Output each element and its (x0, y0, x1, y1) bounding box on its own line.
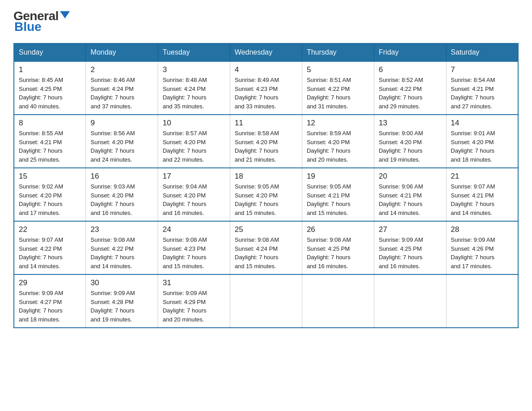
day-info: Sunrise: 8:48 AMSunset: 4:24 PMDaylight:… (163, 76, 225, 111)
header-tuesday: Tuesday (158, 43, 230, 61)
calendar-cell: 25Sunrise: 9:08 AMSunset: 4:24 PMDayligh… (230, 221, 302, 274)
day-number: 21 (451, 172, 513, 181)
day-number: 26 (307, 225, 369, 234)
calendar-week-row: 22Sunrise: 9:07 AMSunset: 4:22 PMDayligh… (14, 221, 518, 274)
calendar-cell: 24Sunrise: 9:08 AMSunset: 4:23 PMDayligh… (158, 221, 230, 274)
day-number: 12 (307, 119, 369, 128)
day-info: Sunrise: 8:57 AMSunset: 4:20 PMDaylight:… (163, 129, 225, 164)
header-friday: Friday (374, 43, 446, 61)
calendar-table: SundayMondayTuesdayWednesdayThursdayFrid… (13, 43, 519, 328)
day-number: 2 (90, 65, 153, 74)
day-number: 30 (90, 278, 153, 287)
day-number: 7 (451, 65, 513, 74)
calendar-cell: 18Sunrise: 9:05 AMSunset: 4:20 PMDayligh… (230, 168, 302, 221)
day-info: Sunrise: 8:51 AMSunset: 4:22 PMDaylight:… (307, 76, 369, 111)
day-number: 29 (19, 278, 81, 287)
day-info: Sunrise: 8:58 AMSunset: 4:20 PMDaylight:… (235, 129, 297, 164)
calendar-cell: 10Sunrise: 8:57 AMSunset: 4:20 PMDayligh… (158, 115, 230, 168)
day-info: Sunrise: 9:06 AMSunset: 4:21 PMDaylight:… (379, 182, 442, 217)
day-info: Sunrise: 8:59 AMSunset: 4:20 PMDaylight:… (307, 129, 369, 164)
day-info: Sunrise: 9:02 AMSunset: 4:20 PMDaylight:… (19, 182, 81, 217)
day-number: 16 (90, 172, 153, 181)
calendar-cell: 5Sunrise: 8:51 AMSunset: 4:22 PMDaylight… (302, 61, 374, 115)
day-number: 20 (379, 172, 442, 181)
day-info: Sunrise: 9:05 AMSunset: 4:21 PMDaylight:… (307, 182, 369, 217)
calendar-header-row: SundayMondayTuesdayWednesdayThursdayFrid… (14, 43, 518, 61)
calendar-cell: 20Sunrise: 9:06 AMSunset: 4:21 PMDayligh… (374, 168, 446, 221)
day-info: Sunrise: 8:55 AMSunset: 4:21 PMDaylight:… (19, 129, 81, 164)
calendar-cell: 3Sunrise: 8:48 AMSunset: 4:24 PMDaylight… (158, 61, 230, 115)
day-number: 23 (90, 225, 153, 234)
day-info: Sunrise: 9:03 AMSunset: 4:20 PMDaylight:… (90, 182, 153, 217)
day-info: Sunrise: 9:08 AMSunset: 4:23 PMDaylight:… (163, 235, 225, 270)
day-info: Sunrise: 9:09 AMSunset: 4:27 PMDaylight:… (19, 289, 81, 324)
calendar-cell: 6Sunrise: 8:52 AMSunset: 4:22 PMDaylight… (374, 61, 446, 115)
header-monday: Monday (86, 43, 158, 61)
calendar-cell: 26Sunrise: 9:08 AMSunset: 4:25 PMDayligh… (302, 221, 374, 274)
calendar-cell: 30Sunrise: 9:09 AMSunset: 4:28 PMDayligh… (86, 274, 158, 328)
calendar-cell: 11Sunrise: 8:58 AMSunset: 4:20 PMDayligh… (230, 115, 302, 168)
calendar-cell: 13Sunrise: 9:00 AMSunset: 4:20 PMDayligh… (374, 115, 446, 168)
day-info: Sunrise: 9:09 AMSunset: 4:28 PMDaylight:… (90, 289, 153, 324)
day-number: 28 (451, 225, 513, 234)
calendar-week-row: 15Sunrise: 9:02 AMSunset: 4:20 PMDayligh… (14, 168, 518, 221)
page-header: General Blue (13, 9, 519, 34)
calendar-cell (446, 274, 518, 328)
day-info: Sunrise: 8:45 AMSunset: 4:25 PMDaylight:… (19, 76, 81, 111)
logo: General Blue (13, 9, 70, 34)
calendar-cell: 4Sunrise: 8:49 AMSunset: 4:23 PMDaylight… (230, 61, 302, 115)
day-number: 24 (163, 225, 225, 234)
calendar-week-row: 1Sunrise: 8:45 AMSunset: 4:25 PMDaylight… (14, 61, 518, 115)
calendar-cell: 19Sunrise: 9:05 AMSunset: 4:21 PMDayligh… (302, 168, 374, 221)
day-number: 18 (235, 172, 297, 181)
day-number: 27 (379, 225, 442, 234)
day-number: 13 (379, 119, 442, 128)
calendar-week-row: 8Sunrise: 8:55 AMSunset: 4:21 PMDaylight… (14, 115, 518, 168)
day-info: Sunrise: 9:08 AMSunset: 4:25 PMDaylight:… (307, 235, 369, 270)
day-number: 19 (307, 172, 369, 181)
day-info: Sunrise: 9:07 AMSunset: 4:21 PMDaylight:… (451, 182, 513, 217)
calendar-cell (374, 274, 446, 328)
day-info: Sunrise: 9:04 AMSunset: 4:20 PMDaylight:… (163, 182, 225, 217)
day-info: Sunrise: 9:05 AMSunset: 4:20 PMDaylight:… (235, 182, 297, 217)
header-saturday: Saturday (446, 43, 518, 61)
calendar-cell: 7Sunrise: 8:54 AMSunset: 4:21 PMDaylight… (446, 61, 518, 115)
calendar-cell: 22Sunrise: 9:07 AMSunset: 4:22 PMDayligh… (14, 221, 86, 274)
calendar-cell: 9Sunrise: 8:56 AMSunset: 4:20 PMDaylight… (86, 115, 158, 168)
day-number: 3 (163, 65, 225, 74)
day-number: 17 (163, 172, 225, 181)
day-info: Sunrise: 9:09 AMSunset: 4:25 PMDaylight:… (379, 235, 442, 270)
calendar-cell: 12Sunrise: 8:59 AMSunset: 4:20 PMDayligh… (302, 115, 374, 168)
day-info: Sunrise: 8:46 AMSunset: 4:24 PMDaylight:… (90, 76, 153, 111)
calendar-cell: 29Sunrise: 9:09 AMSunset: 4:27 PMDayligh… (14, 274, 86, 328)
day-info: Sunrise: 9:08 AMSunset: 4:22 PMDaylight:… (90, 235, 153, 270)
day-number: 11 (235, 119, 297, 128)
header-sunday: Sunday (14, 43, 86, 61)
day-number: 1 (19, 65, 81, 74)
calendar-cell: 1Sunrise: 8:45 AMSunset: 4:25 PMDaylight… (14, 61, 86, 115)
day-number: 8 (19, 119, 81, 128)
day-info: Sunrise: 8:49 AMSunset: 4:23 PMDaylight:… (235, 76, 297, 111)
calendar-cell: 15Sunrise: 9:02 AMSunset: 4:20 PMDayligh… (14, 168, 86, 221)
day-number: 25 (235, 225, 297, 234)
day-number: 10 (163, 119, 225, 128)
calendar-cell: 21Sunrise: 9:07 AMSunset: 4:21 PMDayligh… (446, 168, 518, 221)
day-info: Sunrise: 8:52 AMSunset: 4:22 PMDaylight:… (379, 76, 442, 111)
day-number: 22 (19, 225, 81, 234)
day-info: Sunrise: 9:08 AMSunset: 4:24 PMDaylight:… (235, 235, 297, 270)
day-number: 4 (235, 65, 297, 74)
calendar-cell: 23Sunrise: 9:08 AMSunset: 4:22 PMDayligh… (86, 221, 158, 274)
calendar-cell (302, 274, 374, 328)
day-info: Sunrise: 8:54 AMSunset: 4:21 PMDaylight:… (451, 76, 513, 111)
day-number: 6 (379, 65, 442, 74)
calendar-cell: 16Sunrise: 9:03 AMSunset: 4:20 PMDayligh… (86, 168, 158, 221)
calendar-cell: 17Sunrise: 9:04 AMSunset: 4:20 PMDayligh… (158, 168, 230, 221)
svg-marker-0 (60, 11, 70, 18)
day-info: Sunrise: 9:00 AMSunset: 4:20 PMDaylight:… (379, 129, 442, 164)
day-info: Sunrise: 9:07 AMSunset: 4:22 PMDaylight:… (19, 235, 81, 270)
day-info: Sunrise: 9:01 AMSunset: 4:20 PMDaylight:… (451, 129, 513, 164)
calendar-cell: 2Sunrise: 8:46 AMSunset: 4:24 PMDaylight… (86, 61, 158, 115)
day-number: 14 (451, 119, 513, 128)
calendar-cell: 8Sunrise: 8:55 AMSunset: 4:21 PMDaylight… (14, 115, 86, 168)
calendar-cell: 28Sunrise: 9:09 AMSunset: 4:26 PMDayligh… (446, 221, 518, 274)
